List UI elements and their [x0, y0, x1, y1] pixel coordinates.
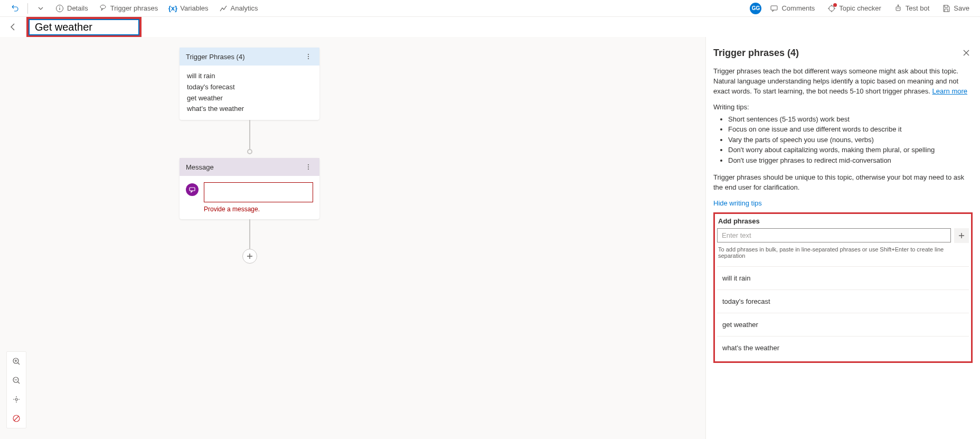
tip-1: Focus on one issue and use different wor… — [728, 124, 973, 135]
connector-2 — [249, 219, 250, 256]
panel-intro-text: Trigger phrases teach the bot different … — [713, 67, 958, 95]
svg-point-14 — [308, 169, 309, 170]
analytics-button[interactable]: Analytics — [215, 2, 262, 15]
panel-header: Trigger phrases (4) — [713, 46, 973, 59]
svg-point-13 — [308, 166, 309, 167]
message-input-area: Provide a message. — [204, 182, 313, 213]
topic-checker-icon — [827, 4, 836, 13]
right-panel: Trigger phrases (4) Trigger phrases teac… — [705, 37, 980, 439]
details-button[interactable]: Details — [51, 2, 92, 15]
info-icon — [55, 4, 64, 13]
svg-rect-5 — [896, 7, 900, 11]
top-toolbar: Details Trigger phrases {x} Variables An… — [0, 0, 980, 17]
details-label: Details — [67, 4, 88, 12]
save-icon — [942, 4, 950, 13]
message-bubble-icon — [186, 183, 199, 196]
comments-button[interactable]: Comments — [766, 2, 819, 15]
zoom-out-button[interactable] — [7, 371, 26, 390]
canvas-content: Trigger Phrases (4) will it rain today's… — [180, 48, 319, 256]
reset-button[interactable] — [7, 409, 26, 428]
canvas-phrase-0: will it rain — [187, 71, 312, 82]
bot-icon — [894, 4, 902, 13]
svg-point-1 — [59, 6, 60, 7]
canvas-phrase-3: what's the weather — [187, 104, 312, 115]
panel-phrase-1[interactable]: today's forecast — [717, 289, 969, 313]
test-bot-button[interactable]: Test bot — [890, 2, 934, 15]
message-card[interactable]: Message Provide a message. — [180, 158, 319, 219]
fit-view-button[interactable] — [7, 390, 26, 409]
add-phrases-section: Add phrases To add phrases in bulk, past… — [713, 212, 973, 363]
topic-title-input[interactable] — [29, 19, 139, 35]
chevron-down-icon — [36, 4, 45, 13]
message-error-text: Provide a message. — [204, 206, 313, 213]
trigger-phrases-button[interactable]: Trigger phrases — [95, 2, 163, 15]
save-label: Save — [954, 4, 969, 12]
message-card-title: Message — [186, 163, 214, 171]
svg-point-10 — [308, 56, 309, 57]
svg-point-9 — [308, 54, 309, 55]
svg-point-2 — [100, 5, 106, 8]
connector-dot[interactable] — [247, 149, 252, 154]
message-card-header: Message — [180, 158, 319, 176]
variables-label: Variables — [180, 4, 208, 12]
zoom-toolbar — [6, 351, 26, 428]
tip-2: Vary the parts of speech you use (nouns,… — [728, 135, 973, 145]
trigger-phrases-card[interactable]: Trigger Phrases (4) will it rain today's… — [180, 48, 319, 120]
canvas-phrase-1: today's forecast — [187, 82, 312, 93]
undo-button[interactable] — [6, 2, 23, 15]
undo-icon — [11, 4, 19, 13]
tip-4: Don't use trigger phrases to redirect mi… — [728, 155, 973, 166]
tips-list: Short sentences (5-15 words) work best F… — [713, 114, 973, 166]
add-phrases-label: Add phrases — [717, 217, 969, 225]
panel-title: Trigger phrases (4) — [713, 48, 799, 59]
svg-point-11 — [308, 58, 309, 59]
toolbar-left: Details Trigger phrases {x} Variables An… — [6, 2, 262, 15]
hide-tips-link[interactable]: Hide writing tips — [713, 199, 762, 207]
tips-title: Writing tips: — [713, 103, 973, 111]
svg-point-7 — [899, 8, 900, 9]
panel-phrase-0[interactable]: will it rain — [717, 266, 969, 289]
trigger-card-header: Trigger Phrases (4) — [180, 48, 319, 66]
svg-point-12 — [308, 164, 309, 165]
trigger-card-title: Trigger Phrases (4) — [186, 53, 245, 61]
more-dropdown[interactable] — [32, 2, 49, 15]
svg-point-18 — [15, 398, 17, 400]
panel-intro: Trigger phrases teach the bot different … — [713, 67, 973, 97]
svg-point-4 — [829, 6, 834, 11]
title-bar — [0, 17, 980, 37]
variables-button[interactable]: {x} Variables — [164, 2, 212, 15]
comment-icon — [770, 4, 778, 13]
trigger-phrases-label: Trigger phrases — [110, 4, 158, 12]
panel-close-button[interactable] — [960, 46, 973, 59]
message-card-menu[interactable] — [304, 162, 313, 172]
tip-0: Short sentences (5-15 words) work best — [728, 114, 973, 125]
topic-checker-button[interactable]: Topic checker — [823, 2, 885, 15]
save-button[interactable]: Save — [938, 2, 974, 15]
learn-more-link[interactable]: Learn more — [932, 87, 967, 95]
add-phrase-button[interactable] — [954, 228, 969, 243]
tip-3: Don't worry about capitalizing words, ma… — [728, 145, 973, 155]
back-button[interactable] — [6, 20, 20, 34]
message-card-body: Provide a message. — [180, 176, 319, 219]
add-phrase-hint: To add phrases in bulk, paste in line-se… — [717, 246, 969, 259]
connector-1 — [249, 120, 250, 152]
panel-phrase-list: will it rain today's forecast get weathe… — [717, 266, 969, 359]
comments-label: Comments — [781, 4, 815, 12]
message-text-input[interactable] — [204, 182, 313, 202]
add-phrase-input[interactable] — [717, 228, 951, 242]
add-node-button[interactable] — [242, 249, 257, 264]
avatar[interactable]: GG — [750, 3, 761, 14]
panel-unique-text: Trigger phrases should be unique to this… — [713, 173, 973, 193]
title-input-highlight — [26, 17, 142, 38]
analytics-icon — [219, 4, 228, 13]
toolbar-right: GG Comments Topic checker Test bot Save — [750, 2, 974, 15]
trigger-card-menu[interactable] — [304, 52, 313, 61]
panel-phrase-3[interactable]: what's the weather — [717, 336, 969, 359]
panel-phrase-2[interactable]: get weather — [717, 313, 969, 336]
svg-point-6 — [897, 8, 898, 9]
canvas-area[interactable]: Trigger Phrases (4) will it rain today's… — [0, 37, 705, 439]
zoom-in-button[interactable] — [7, 352, 26, 371]
toolbar-divider — [27, 3, 28, 14]
canvas-phrase-2: get weather — [187, 93, 312, 104]
add-phrases-row — [717, 228, 969, 243]
